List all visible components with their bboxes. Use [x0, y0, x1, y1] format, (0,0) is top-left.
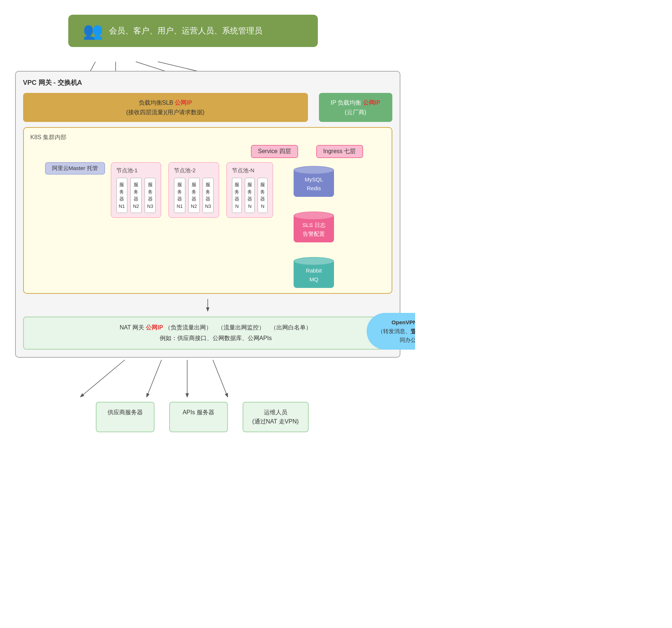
master-badge: 阿里云Master 托管 [45, 162, 105, 174]
servers-row-1: 服务器N1 服务器N2 服务器N3 [116, 178, 156, 213]
nat-label-prefix: NAT 网关 [120, 324, 144, 331]
sls-label: SLS 日志 [302, 222, 326, 228]
redis-label: Redis [307, 185, 321, 191]
diagram-container: 👥 会员、客户、用户、运营人员、系统管理员 VPC 网关 - 交换机A 负载均衡… [7, 7, 408, 440]
svg-line-13 [81, 360, 125, 397]
lb-right-public-ip: 公网IP [363, 100, 380, 106]
k8s-box: K8S 集群内部 Service 四层 Ingress 七层 阿里云Master… [23, 127, 392, 294]
server-n3-pn: 服务器N [258, 178, 268, 213]
svg-line-14 [147, 360, 161, 397]
nat-line1: NAT 网关 公网IP （负责流量出网） （流量出网监控） （出网白名单） [33, 322, 399, 333]
openvpn-desc: （转发消息、管理集群、协同办公） [375, 327, 415, 344]
lb-left-line2: (接收四层流量)(用户请求数据) [126, 109, 204, 115]
bottom-item-supplier: 供应商服务器 [96, 402, 155, 432]
server-n1-p2: 服务器N1 [174, 178, 185, 213]
lb-left: 负载均衡SLB 公网IP (接收四层流量)(用户请求数据) [23, 93, 308, 122]
pool-2-title: 节点池-2 [174, 167, 214, 174]
servers-row-n: 服务器N 服务器N 服务器N [232, 178, 268, 213]
sls-cylinder: SLS 日志 告警配置 [292, 212, 336, 241]
bottom-row: 供应商服务器 APIs 服务器 运维人员(通过NAT 走VPN) [96, 402, 309, 432]
apis-label: APIs 服务器 [182, 409, 214, 415]
rabbit-cylinder: Rabbit MQ [292, 257, 336, 286]
openvpn-bold: 管理集群 [411, 328, 415, 334]
mysql-cylinder: MySQL Redis [292, 166, 336, 195]
pool-n-title: 节点池-N [232, 167, 268, 174]
node-pool-n: 节点池-N 服务器N 服务器N 服务器N [226, 162, 273, 218]
lb-right-line2: (云厂商) [345, 109, 366, 115]
server-n1-p1: 服务器N1 [116, 178, 128, 213]
openvpn-box: OpenVPN 服务 （转发消息、管理集群、协同办公） [367, 313, 415, 350]
node-pools-row: 节点池-1 服务器N1 服务器N2 服务器N3 节点池-2 服务器N1 服务器N… [111, 162, 273, 218]
ops-label: 运维人员(通过NAT 走VPN) [252, 409, 299, 425]
vpc-title: VPC 网关 - 交换机A [23, 78, 392, 87]
nat-section: NAT 网关 公网IP （负责流量出网） （流量出网监控） （出网白名单） 例如… [23, 317, 392, 350]
lb-left-public-ip: 公网IP [175, 100, 192, 106]
rabbit-sublabel: MQ [309, 276, 318, 282]
svg-line-16 [213, 360, 228, 397]
server-n3-p2: 服务器N3 [203, 178, 214, 213]
node-pool-2: 节点池-2 服务器N1 服务器N2 服务器N3 [168, 162, 219, 218]
bottom-item-ops: 运维人员(通过NAT 走VPN) [243, 402, 309, 432]
openvpn-line1: OpenVPN 服务 [375, 318, 415, 327]
servers-row-2: 服务器N1 服务器N2 服务器N3 [174, 178, 214, 213]
server-n2-p2: 服务器N2 [188, 178, 200, 213]
rabbit-label: Rabbit [306, 267, 322, 274]
nat-line2: 例如：供应商接口、公网数据库、公网APIs [33, 333, 399, 344]
sls-sublabel: 告警配置 [303, 231, 325, 237]
service-tag: Service 四层 [251, 145, 298, 158]
lb-right: IP 负载均衡 公网IP (云厂商) [319, 93, 392, 122]
bottom-item-apis: APIs 服务器 [169, 402, 228, 432]
nat-box: NAT 网关 公网IP （负责流量出网） （流量出网监控） （出网白名单） 例如… [23, 317, 408, 350]
node-pool-1: 节点池-1 服务器N1 服务器N2 服务器N3 [111, 162, 161, 218]
supplier-label: 供应商服务器 [108, 409, 143, 415]
pool-1-title: 节点池-1 [116, 167, 156, 174]
vpc-box: VPC 网关 - 交换机A 负载均衡SLB 公网IP (接收四层流量)(用户请求… [15, 71, 400, 358]
server-n2-pn: 服务器N [245, 178, 255, 213]
k8s-title: K8S 集群内部 [30, 134, 385, 141]
lb-row: 负载均衡SLB 公网IP (接收四层流量)(用户请求数据) IP 负载均衡 公网… [23, 93, 392, 122]
nat-label-suffix: （负责流量出网） （流量出网监控） （出网白名单） [165, 324, 312, 331]
lb-right-line1: IP 负载均衡 [331, 100, 361, 106]
nat-public-ip: 公网IP [146, 324, 163, 331]
actors-icon: 👥 [83, 21, 103, 40]
server-n3-p1: 服务器N3 [145, 178, 156, 213]
ingress-tag: Ingress 七层 [316, 145, 363, 158]
mysql-label: MySQL [305, 176, 323, 183]
actors-label: 会员、客户、用户、运营人员、系统管理员 [109, 25, 262, 36]
k8s-to-nat-arrow [204, 299, 211, 314]
server-n2-p1: 服务器N2 [130, 178, 142, 213]
server-n1-pn: 服务器N [232, 178, 242, 213]
actors-box: 👥 会员、客户、用户、运营人员、系统管理员 [68, 15, 318, 47]
lb-left-line1: 负载均衡SLB [139, 100, 173, 106]
